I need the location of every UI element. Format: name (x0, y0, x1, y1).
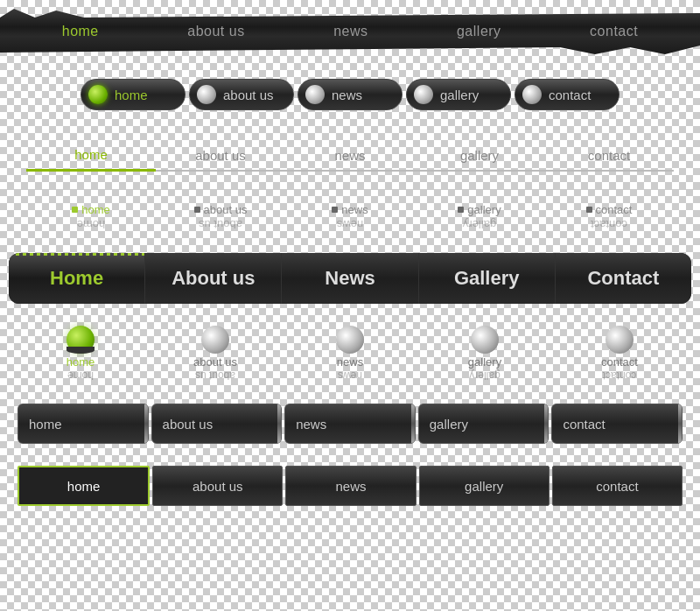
nav1-item-contact[interactable]: contact (590, 24, 638, 39)
nav3-item-home[interactable]: home (26, 144, 156, 172)
nav2-item-home[interactable]: home (80, 79, 186, 110)
divider-icon (277, 404, 281, 443)
nav5-item-Home[interactable]: Home (9, 253, 145, 304)
nav4-item-gallery[interactable]: gallerygallery (415, 203, 544, 231)
nav8: homeabout usnewsgallerycontact (0, 461, 700, 515)
nav6: homehomeabout usabout usnewsnewsgalleryg… (0, 321, 700, 399)
nav4-dot-icon (332, 207, 338, 213)
nav4-item-home[interactable]: homehome (26, 203, 156, 231)
nav5-item-About-us[interactable]: About us (145, 253, 282, 304)
nav6-item-news[interactable]: newsnews (287, 326, 413, 382)
green-dot-icon (88, 85, 108, 104)
nav4: homehomeabout usabout usnewsnewsgalleryg… (0, 199, 700, 249)
nav7-item-gallery[interactable]: gallery (418, 404, 550, 444)
nav2: homeabout usnewsgallerycontact (0, 70, 700, 119)
nav4-item-news[interactable]: newsnews (285, 203, 415, 231)
nav8-item-news[interactable]: news (285, 466, 416, 506)
nav7: homeabout usnewsgallerycontact (0, 399, 700, 461)
nav7-item-contact[interactable]: contact (551, 404, 682, 444)
nav4-item-about-us[interactable]: about usabout us (156, 203, 285, 231)
nav5: HomeAbout usNewsGalleryContact (0, 249, 700, 321)
nav8-item-about-us[interactable]: about us (152, 466, 283, 506)
nav4-dot-icon (194, 207, 200, 213)
nav5-item-Gallery[interactable]: Gallery (419, 253, 556, 304)
divider-icon (544, 404, 548, 443)
nav3-item-news[interactable]: news (285, 144, 415, 172)
nav3: homeabout usnewsgallerycontact (0, 137, 700, 190)
nav3-item-gallery[interactable]: gallery (415, 144, 544, 172)
nav7-item-about-us[interactable]: about us (151, 404, 283, 444)
nav2-item-about-us[interactable]: about us (189, 79, 294, 110)
nav4-dot-icon (586, 207, 592, 213)
nav1-item-about-us[interactable]: about us (187, 24, 244, 39)
gray-globe-icon (606, 326, 634, 354)
nav8-item-gallery[interactable]: gallery (419, 466, 550, 506)
nav6-item-home[interactable]: homehome (18, 326, 144, 382)
gray-dot-icon (305, 85, 325, 104)
divider-icon (144, 404, 148, 443)
gray-globe-icon (336, 326, 364, 354)
nav4-item-contact[interactable]: contactcontact (544, 203, 674, 231)
nav3-item-contact[interactable]: contact (544, 144, 674, 172)
divider-icon (678, 404, 682, 443)
nav1-item-home[interactable]: home (62, 24, 99, 39)
nav1-bar: homeabout usnewsgallerycontact (0, 9, 700, 54)
nav1-item-news[interactable]: news (333, 24, 368, 39)
nav6-item-contact[interactable]: contactcontact (556, 326, 682, 382)
nav6-item-about-us[interactable]: about usabout us (152, 326, 278, 382)
nav6-item-gallery[interactable]: gallerygallery (422, 326, 548, 382)
nav5-item-News[interactable]: News (282, 253, 418, 304)
nav2-item-contact[interactable]: contact (514, 79, 620, 110)
gray-dot-icon (522, 85, 542, 104)
nav3-item-about-us[interactable]: about us (156, 144, 285, 172)
nav2-item-gallery[interactable]: gallery (406, 79, 511, 110)
nav7-item-home[interactable]: home (18, 404, 149, 444)
nav1-item-gallery[interactable]: gallery (457, 24, 501, 39)
nav2-item-news[interactable]: news (298, 79, 402, 110)
nav8-item-contact[interactable]: contact (552, 466, 682, 506)
divider-icon (411, 404, 415, 443)
nav4-dot-icon (72, 207, 78, 213)
green-globe-icon (66, 326, 94, 354)
nav5-item-Contact[interactable]: Contact (556, 253, 691, 304)
gray-globe-icon (201, 326, 229, 354)
gray-dot-icon (197, 85, 216, 104)
gray-globe-icon (471, 326, 499, 354)
gray-dot-icon (414, 85, 433, 104)
nav1: homeabout usnewsgallerycontact (0, 9, 700, 54)
nav8-item-home[interactable]: home (18, 466, 150, 506)
nav7-item-news[interactable]: news (284, 404, 416, 444)
nav4-dot-icon (458, 207, 464, 213)
